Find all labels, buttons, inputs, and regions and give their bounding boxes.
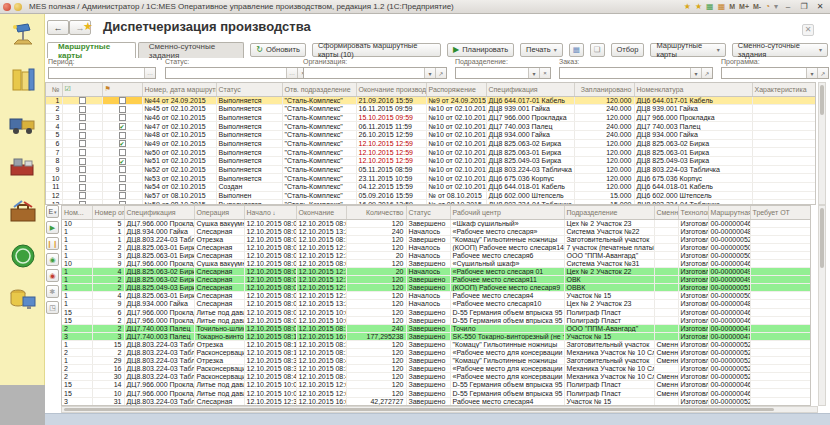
cell-characteristic[interactable] — [752, 122, 815, 131]
cell-order[interactable]: №10 от 02.10.2015 — [426, 165, 486, 174]
cell-start[interactable]: 12.10.2015 08:00 — [244, 268, 296, 276]
cell-shift-task[interactable] — [654, 243, 678, 251]
cell-requires-qc[interactable] — [750, 243, 810, 251]
cell-start[interactable]: 12.10.2015 08:00 — [244, 243, 296, 251]
cell-mark[interactable] — [62, 183, 102, 192]
mark-checkbox[interactable] — [79, 114, 86, 121]
cell-status[interactable]: Выполняется — [216, 165, 282, 174]
cell-tech-doc[interactable]: Изготовлен... — [678, 381, 708, 389]
cell-department[interactable]: "Сталь-Комплекс" — [282, 131, 356, 140]
cell-work-center[interactable]: D-55 Германия объем впрыска 95 куб. см. … — [450, 308, 564, 316]
favorite-star-icon[interactable]: ★ — [83, 20, 93, 33]
cell-order[interactable]: №10 от 02.10.2015 — [426, 174, 486, 183]
cell-shift-task[interactable]: Сменно-сут... — [654, 340, 678, 348]
cell-status[interactable]: Завершено — [406, 259, 450, 267]
sidebar-item-desktop[interactable] — [0, 14, 45, 58]
settings-button[interactable]: ✱ — [46, 285, 59, 298]
column-header[interactable]: Операция — [194, 206, 244, 219]
cell-specification[interactable]: ДЦ6 602.000 Штепсель — [486, 191, 574, 200]
cell-specification[interactable]: ДЦ8.825.049-03 Бирка — [124, 284, 194, 292]
cell-row-number[interactable]: 10 — [46, 174, 62, 183]
cell-op-number[interactable]: 2 — [92, 284, 124, 292]
cell-operation[interactable]: Отрезка — [194, 340, 244, 348]
mark-checkbox[interactable] — [79, 158, 86, 165]
cell-planned[interactable]: 120.000 — [574, 174, 634, 183]
cell-specification[interactable]: ДЦ7.740.003 Палец — [124, 324, 194, 332]
cell-end[interactable]: 12.10.2015 08:02 — [296, 259, 346, 267]
column-header[interactable]: Технологиче... — [678, 206, 708, 219]
cell-status[interactable]: Завершено — [406, 340, 450, 348]
flag-checkbox[interactable] — [119, 140, 126, 147]
operation-row[interactable]: 10 5 ДЦ7.966.000 Прокладка Сушка вакуумн… — [62, 219, 810, 227]
department-input[interactable] — [456, 68, 528, 78]
cell-card-number[interactable]: №49 от 02.10.2015 — [142, 139, 216, 148]
cell-shift-task[interactable] — [654, 259, 678, 267]
cell-op-number[interactable]: 9 — [92, 259, 124, 267]
cell-specification[interactable]: ДЦ8.803.224-03 Табличка — [124, 357, 194, 365]
cell-flag[interactable] — [102, 148, 142, 157]
cell-mark[interactable] — [62, 191, 102, 200]
cell-operation[interactable]: Литье под давлением т... — [194, 308, 244, 316]
cell-operation[interactable]: Отрезка — [194, 235, 244, 243]
cell-status[interactable]: Завершено — [406, 308, 450, 316]
cell-route-card[interactable]: 00-00000047 — [708, 324, 750, 332]
cell-start[interactable]: 12.10.2015 08:00 — [244, 235, 296, 243]
cell-shift-task[interactable] — [654, 308, 678, 316]
cell-work-center[interactable]: «Рабочее место для консервации — [450, 373, 564, 381]
cell-specification[interactable]: ДЦ6 644.018-01 Кабель — [486, 183, 574, 192]
route-card-row[interactable]: 9 №52 от 02.10.2015 Выполняется "Сталь-К… — [46, 165, 815, 174]
cell-row-number[interactable]: 8 — [46, 157, 62, 166]
cell-department[interactable]: "Сталь-Комплекс" — [282, 105, 356, 114]
sidebar-item-documents[interactable] — [0, 58, 45, 102]
cell-operation[interactable]: Слесарная — [194, 243, 244, 251]
form-close-button[interactable]: ✕ — [802, 24, 814, 36]
cell-op-number[interactable]: 3 — [92, 332, 124, 340]
column-header[interactable]: Требует ОТ — [750, 206, 810, 219]
cell-specification[interactable]: ДЦ8.934.000 Гайка — [124, 227, 194, 235]
mark-checkbox[interactable] — [79, 149, 86, 156]
mark-checkbox[interactable] — [79, 132, 86, 139]
cell-flag[interactable] — [102, 191, 142, 200]
flag-checkbox[interactable] — [119, 158, 126, 165]
organization-field[interactable]: ▾↗ — [303, 67, 447, 79]
cell-number[interactable]: 1 — [62, 292, 92, 300]
operation-row[interactable]: 2 2 ДЦ8.803.224-03 Табличка Расконсервац… — [62, 349, 810, 357]
cell-op-number[interactable]: 15 — [92, 340, 124, 348]
cell-shift-task[interactable] — [654, 251, 678, 259]
column-header[interactable]: Отв. подразделение — [282, 83, 356, 96]
cell-end[interactable]: 12.10.2015 13:24 — [296, 300, 346, 308]
cell-number[interactable]: 2 — [62, 324, 92, 332]
cell-status[interactable]: Выполняется — [216, 105, 282, 114]
column-header[interactable]: Спецификация — [486, 83, 574, 96]
close-button[interactable]: ✕ — [814, 2, 826, 11]
clock-icon[interactable]: ◔ — [765, 2, 770, 11]
cell-end[interactable]: 12.10.2015 08:15 — [296, 235, 346, 243]
cell-characteristic[interactable] — [752, 105, 815, 114]
cell-number[interactable]: 15 — [62, 381, 92, 389]
cell-work-center[interactable]: «Шкаф сушильный» — [450, 219, 564, 227]
order-input[interactable] — [560, 68, 690, 78]
mark-checkbox[interactable] — [79, 175, 86, 182]
cell-status[interactable]: Началось — [406, 300, 450, 308]
cell-card-number[interactable]: №51 от 02.10.2015 — [142, 157, 216, 166]
operation-row[interactable]: 15 6 ДЦ7.966.000 Прокладка Литье под дав… — [62, 308, 810, 316]
cell-specification[interactable]: ДЦ8.825.063-01 Бирка — [124, 251, 194, 259]
column-header[interactable]: Номер оп... — [92, 206, 124, 219]
memory-plus-icon[interactable]: M+ — [739, 3, 749, 10]
cell-order[interactable]: №10 от 02.10.2015 — [426, 183, 486, 192]
cell-status[interactable]: Создан — [216, 183, 282, 192]
cell-status[interactable]: Началось — [406, 268, 450, 276]
cell-row-number[interactable]: 4 — [46, 122, 62, 131]
cell-specification[interactable]: ДЦ8.803.224-03 Табличка — [124, 365, 194, 373]
cell-department[interactable]: "Сталь-Комплекс" — [282, 165, 356, 174]
cell-route-card[interactable]: 00-00000052 — [708, 349, 750, 357]
cell-planned[interactable]: 15.000 — [574, 191, 634, 200]
cell-operation[interactable]: Отрезка — [194, 357, 244, 365]
column-header[interactable]: Запланировано — [574, 83, 634, 96]
cell-work-center[interactable]: Рабочее место слесаря11 — [450, 276, 564, 284]
cell-tech-doc[interactable]: Изготовлен... — [678, 227, 708, 235]
cell-card-number[interactable]: №44 от 24.09.2015 — [142, 96, 216, 105]
cell-operation[interactable]: Точильно-шлифовальная — [194, 324, 244, 332]
mark-checkbox[interactable] — [79, 166, 86, 173]
cell-order[interactable]: №10 от 02.10.2015 — [426, 157, 486, 166]
